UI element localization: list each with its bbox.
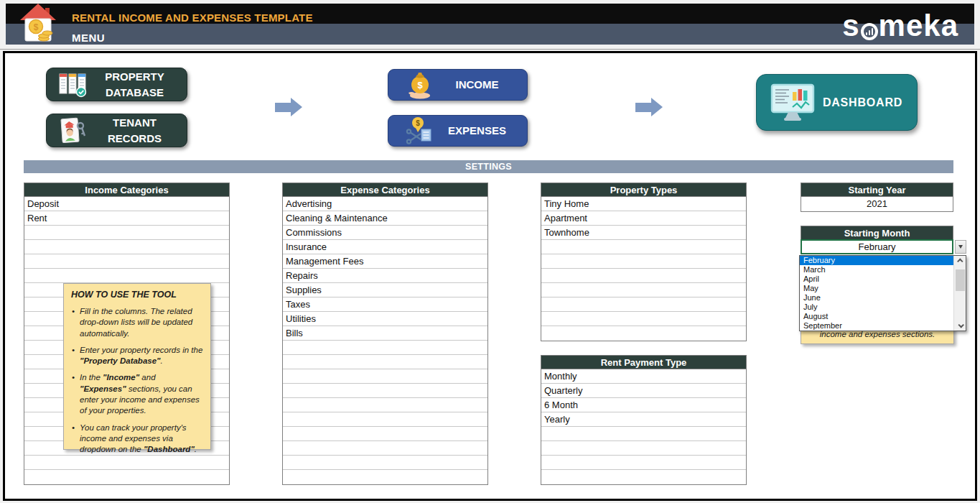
expenses-scissors-icon: $ [403, 116, 437, 146]
property-database-button[interactable]: PROPERTY DATABASE [46, 68, 187, 101]
table-row[interactable] [541, 441, 746, 456]
table-row[interactable]: Cleaning & Maintenance [283, 211, 487, 226]
table-row[interactable]: Management Fees [283, 254, 487, 269]
table-row[interactable] [24, 456, 229, 470]
table-row[interactable] [283, 355, 487, 369]
table-row[interactable] [24, 470, 229, 484]
someka-logo: smeka [842, 8, 958, 44]
income-label: INCOME [437, 77, 527, 93]
tenant-records-button[interactable]: TENANT RECORDS [46, 114, 187, 147]
table-row[interactable] [541, 254, 746, 269]
table-row[interactable]: Repairs [283, 269, 487, 283]
table-row[interactable]: Insurance [283, 240, 487, 254]
app-header: RENTAL INCOME AND EXPENSES TEMPLATE MENU… [6, 4, 974, 45]
table-row[interactable]: Utilities [283, 312, 487, 326]
house-coins-icon: $ [19, 2, 57, 44]
table-row[interactable] [283, 441, 487, 456]
table-row[interactable] [283, 369, 487, 384]
property-types-table: Property TypesTiny HomeApartmentTownhome [541, 183, 747, 341]
table-row[interactable]: Yearly [541, 412, 746, 427]
table-row[interactable] [283, 456, 487, 470]
table-row[interactable] [24, 240, 229, 254]
menu-bar [6, 24, 974, 45]
chevron-down-icon [958, 245, 963, 249]
scrollbar-up-icon[interactable] [954, 256, 966, 266]
table-row[interactable]: Supplies [283, 283, 487, 297]
dashboard-monitor-icon [768, 83, 818, 122]
table-row[interactable]: Rent [24, 211, 229, 226]
table-row[interactable]: Commissions [283, 226, 487, 240]
howto-bullet: Fill in the columns. The related drop-do… [71, 306, 204, 339]
scrollbar-thumb[interactable] [956, 269, 965, 291]
table-row[interactable] [283, 398, 487, 412]
page: RENTAL INCOME AND EXPENSES TEMPLATE MENU… [0, 0, 980, 503]
table-row[interactable] [541, 456, 746, 470]
table-row[interactable]: Bills [283, 326, 487, 341]
table-row[interactable]: Monthly [541, 369, 746, 384]
header-divider [0, 49, 980, 50]
logo-chart-o-icon [861, 23, 878, 40]
app-title: RENTAL INCOME AND EXPENSES TEMPLATE [72, 11, 313, 24]
menu-label: MENU [72, 32, 105, 44]
table-row[interactable]: 6 Month [541, 398, 746, 412]
table-row[interactable]: Taxes [283, 297, 487, 312]
table-row[interactable] [541, 312, 746, 326]
table-row[interactable] [24, 254, 229, 269]
table-row[interactable] [24, 226, 229, 240]
dropdown-option[interactable]: April [800, 274, 953, 284]
table-header: Starting Month [801, 226, 953, 240]
table-row[interactable] [541, 283, 746, 297]
tenant-records-label: TENANT RECORDS [92, 115, 185, 147]
expense-categories-table: Expense CategoriesAdvertisingCleaning & … [282, 183, 488, 485]
starting-year-table: Starting Year 2021 [801, 183, 953, 212]
table-row[interactable]: Apartment [541, 211, 746, 226]
table-row[interactable]: Tiny Home [541, 197, 746, 211]
howto-bullet: In the "Income" and "Expenses" sections,… [71, 372, 204, 416]
property-database-label: PROPERTY DATABASE [92, 69, 185, 101]
table-row[interactable] [283, 412, 487, 427]
table-row[interactable] [541, 470, 746, 484]
income-button[interactable]: $ INCOME [388, 69, 528, 101]
month-dropdown: FebruaryMarchAprilMayJuneJulyAugustSepte… [799, 255, 966, 331]
dropdown-option[interactable]: February [800, 256, 953, 265]
table-row[interactable] [283, 384, 487, 398]
table-row[interactable] [541, 269, 746, 283]
svg-text:$: $ [416, 119, 420, 127]
table-header: Income Categories [24, 183, 229, 197]
table-row[interactable] [541, 240, 746, 254]
dropdown-arrow-button[interactable] [955, 240, 966, 254]
howto-bullets: Fill in the columns. The related drop-do… [71, 306, 204, 455]
table-row[interactable]: Townhome [541, 226, 746, 240]
svg-text:$: $ [417, 80, 423, 91]
flow-arrow-icon [275, 98, 302, 116]
table-row[interactable] [541, 326, 746, 341]
table-row[interactable] [24, 269, 229, 283]
scrollbar-down-icon[interactable] [954, 320, 966, 331]
table-row[interactable] [541, 297, 746, 312]
table-row[interactable]: Deposit [24, 197, 229, 211]
table-row[interactable]: Advertising [283, 197, 487, 211]
starting-year-cell[interactable]: 2021 [801, 197, 953, 211]
dashboard-label: DASHBOARD [818, 94, 917, 111]
svg-text:$: $ [34, 22, 39, 32]
table-row[interactable]: Quarterly [541, 384, 746, 398]
table-header: Starting Year [801, 183, 953, 197]
database-icon [57, 72, 90, 98]
dropdown-option[interactable]: May [800, 284, 953, 293]
dropdown-option[interactable]: July [800, 303, 953, 312]
dropdown-option[interactable]: September [800, 321, 953, 331]
table-row[interactable] [283, 427, 487, 441]
dropdown-option[interactable]: March [800, 265, 953, 274]
starting-month-cell[interactable]: February [801, 239, 953, 254]
table-row[interactable] [283, 470, 487, 484]
table-header: Rent Payment Type [541, 356, 746, 369]
table-row[interactable] [283, 341, 487, 355]
table-row[interactable] [541, 427, 746, 441]
dropdown-option[interactable]: June [800, 293, 953, 303]
dropdown-option[interactable]: August [800, 312, 953, 321]
expenses-button[interactable]: $ EXPENSES [388, 115, 528, 147]
starting-month-table: Starting Month [801, 226, 953, 241]
dropdown-scrollbar[interactable] [953, 256, 966, 331]
dashboard-button[interactable]: DASHBOARD [756, 74, 918, 131]
howto-bullet: Enter your property records in the "Prop… [71, 345, 204, 367]
